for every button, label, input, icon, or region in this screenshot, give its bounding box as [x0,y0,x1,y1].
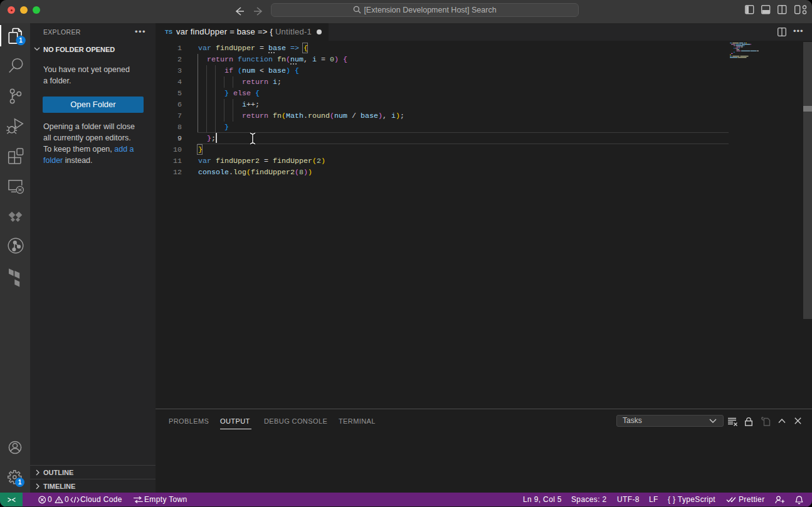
svg-text:1: 1 [18,479,22,486]
svg-text:1: 1 [19,37,23,44]
